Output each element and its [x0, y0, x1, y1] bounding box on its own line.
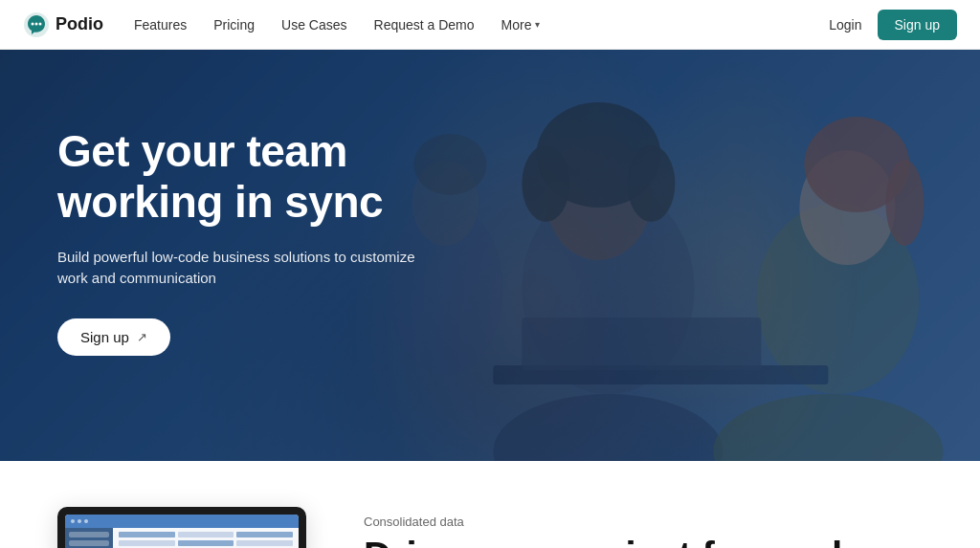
- svg-point-3: [39, 22, 42, 25]
- screen-topbar: [65, 515, 299, 528]
- nav-use-cases[interactable]: Use Cases: [281, 17, 346, 33]
- screen-main: [113, 528, 299, 548]
- drive-title: Drive your project forward,: [364, 535, 923, 548]
- screen-dot-yellow: [78, 519, 81, 523]
- svg-point-10: [714, 394, 944, 461]
- svg-point-4: [494, 394, 724, 461]
- svg-point-1: [32, 22, 34, 25]
- svg-point-14: [886, 160, 924, 246]
- nav-pricing[interactable]: Pricing: [213, 17, 255, 33]
- svg-rect-16: [523, 318, 762, 370]
- screen-cell: [178, 540, 234, 546]
- nav-actions: Login Sign up: [829, 10, 957, 40]
- external-link-icon: ↗: [137, 330, 147, 344]
- podio-logo-icon: [23, 11, 50, 38]
- signup-button[interactable]: Sign up: [878, 10, 957, 40]
- screen-cell: [119, 540, 175, 546]
- nav-request-demo[interactable]: Request a Demo: [374, 17, 475, 33]
- chevron-down-icon: ▾: [535, 19, 540, 30]
- navbar: Podio Features Pricing Use Cases Request…: [0, 0, 980, 50]
- laptop-mockup: [57, 507, 306, 548]
- screen-sidebar: [65, 528, 113, 548]
- screen-main-row: [119, 532, 293, 537]
- hero-content: Get your team working in sync Build powe…: [0, 50, 498, 394]
- screen-cell: [236, 532, 293, 537]
- hero-signup-button[interactable]: Sign up ↗: [57, 318, 170, 356]
- screen-cell: [178, 532, 234, 537]
- logo[interactable]: Podio: [23, 11, 103, 38]
- hero-section: Get your team working in sync Build powe…: [0, 50, 980, 461]
- login-link[interactable]: Login: [829, 17, 861, 33]
- hero-title: Get your team working in sync: [57, 126, 440, 228]
- screen-sidebar-row: [69, 540, 109, 546]
- screen-main-row: [119, 540, 293, 546]
- svg-point-2: [35, 22, 38, 25]
- screen-body: [65, 528, 299, 548]
- nav-more[interactable]: More ▾: [501, 17, 541, 33]
- laptop-screen: [65, 515, 299, 548]
- below-hero-text: Consolidated data Drive your project for…: [364, 507, 923, 548]
- screen-cell: [119, 532, 175, 537]
- screen-sidebar-row: [69, 532, 109, 537]
- nav-links: Features Pricing Use Cases Request a Dem…: [134, 17, 829, 33]
- below-hero-section: Consolidated data Drive your project for…: [0, 461, 980, 548]
- svg-point-9: [628, 145, 676, 222]
- nav-features[interactable]: Features: [134, 17, 187, 33]
- screen-cell: [236, 540, 293, 546]
- svg-point-8: [523, 145, 570, 222]
- consolidated-label: Consolidated data: [364, 515, 923, 529]
- screen-dot-red: [71, 519, 75, 523]
- screen-dot-green: [84, 519, 88, 523]
- brand-name: Podio: [56, 14, 103, 34]
- hero-subtitle: Build powerful low-code business solutio…: [57, 247, 440, 290]
